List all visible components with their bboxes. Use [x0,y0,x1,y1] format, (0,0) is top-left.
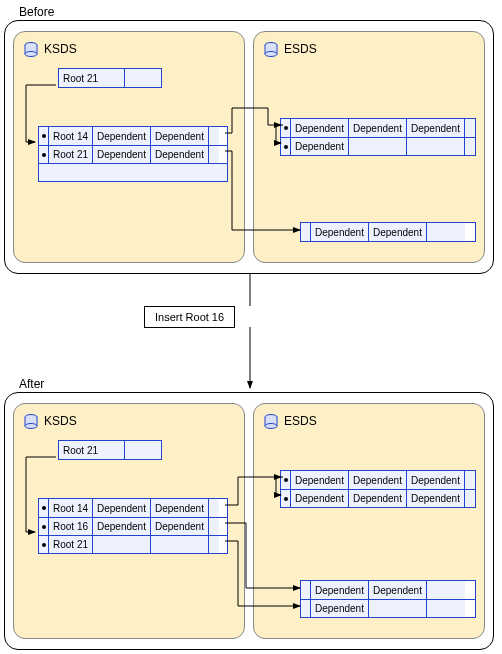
dot-cell [281,119,291,137]
before-ksds-table: Root 14 Dependent Dependent Root 21 Depe… [38,126,228,182]
after-esds-title: ESDS [284,414,317,428]
after-esds-bottom: Dependent Dependent Dependent [300,580,476,618]
before-esds-top: Dependent Dependent Dependent Dependent [280,118,476,156]
dep-cell: Dependent [151,146,209,163]
nub-cell [465,119,475,137]
dep-cell: Dependent [407,119,465,137]
after-ksds-panel: KSDS Root 21 Root 14 Dependent Dependent… [13,403,245,639]
dep-cell [151,536,209,553]
nub-cell [209,146,219,163]
dep-cell: Dependent [291,471,349,489]
table-row [39,163,227,181]
dep-cell: Dependent [151,127,209,145]
dep-cell [369,600,427,617]
nub-cell [209,499,219,517]
before-esds-bottom: Dependent Dependent [300,222,476,242]
dep-cell: Dependent [291,119,349,137]
root-cell: Root 14 [49,499,93,517]
svg-point-19 [265,424,277,429]
table-row: Root 21 Dependent Dependent [39,145,227,163]
dep-cell: Dependent [349,119,407,137]
nub-cell [465,138,475,155]
dep-cell: Dependent [407,490,465,507]
before-ksds-title: KSDS [44,42,77,56]
dep-cell: Dependent [349,490,407,507]
dep-cell: Dependent [369,223,427,241]
dep-cell: Dependent [93,518,151,535]
before-label: Before [19,5,54,19]
dep-cell: Dependent [311,223,369,241]
dep-cell: Dependent [311,600,369,617]
dep-cell [407,138,465,155]
root-cell: Root 14 [49,127,93,145]
dep-cell: Dependent [407,471,465,489]
database-icon [264,414,278,429]
dot-cell [39,518,49,535]
insert-label-box: Insert Root 16 [144,306,235,328]
table-row: Dependent Dependent [301,581,475,599]
dep-cell: Dependent [151,518,209,535]
dot-cell [281,490,291,507]
root-cell: Root 21 [49,146,93,163]
blank-cell [39,164,227,181]
table-row: Root 14 Dependent Dependent [39,499,227,517]
table-row: Dependent Dependent Dependent [281,119,475,137]
dep-cell: Dependent [349,471,407,489]
after-label: After [19,377,44,391]
blank-cell [125,69,161,87]
dep-cell: Dependent [93,146,151,163]
nub-cell [301,581,311,599]
dep-cell [427,223,465,241]
root-cell: Root 21 [49,536,93,553]
table-row: Dependent [301,599,475,617]
nub-cell [301,223,311,241]
after-frame: After KSDS Root 21 Root 14 Dependent Dep… [4,392,494,650]
table-row: Root 14 Dependent Dependent [39,127,227,145]
dep-cell [427,600,465,617]
nub-cell [301,600,311,617]
table-row: Dependent Dependent Dependent [281,471,475,489]
database-icon [24,414,38,429]
dep-cell [93,536,151,553]
after-esds-top: Dependent Dependent Dependent Dependent … [280,470,476,508]
nub-cell [209,518,219,535]
dot-cell [39,146,49,163]
dep-cell [349,138,407,155]
insert-label: Insert Root 16 [155,311,224,323]
before-esds-title: ESDS [284,42,317,56]
svg-point-9 [265,52,277,57]
nub-cell [209,127,219,145]
database-icon [264,42,278,57]
svg-point-14 [25,424,37,429]
table-row: Root 21 [39,535,227,553]
dep-cell [427,581,465,599]
blank-cell [125,441,161,459]
nub-cell [465,471,475,489]
table-row: Dependent [281,137,475,155]
dep-cell: Dependent [291,138,349,155]
database-icon [24,42,38,57]
before-ksds-panel: KSDS Root 21 Root 14 Dependent Dependent… [13,31,245,263]
dep-cell: Dependent [93,499,151,517]
dep-cell: Dependent [93,127,151,145]
after-ksds-title: KSDS [44,414,77,428]
dot-cell [39,536,49,553]
dep-cell: Dependent [311,581,369,599]
dot-cell [39,499,49,517]
after-ksds-header: Root 21 [58,440,162,460]
root-cell: Root 16 [49,518,93,535]
before-esds-panel: ESDS Dependent Dependent Dependent Depen… [253,31,485,263]
before-frame: Before KSDS Root 21 Root 14 Dependent De… [4,20,494,274]
table-row: Root 16 Dependent Dependent [39,517,227,535]
dot-cell [281,138,291,155]
header-cell: Root 21 [59,441,125,459]
dot-cell [281,471,291,489]
dep-cell: Dependent [291,490,349,507]
before-ksds-header: Root 21 [58,68,162,88]
header-cell: Root 21 [59,69,125,87]
after-esds-panel: ESDS Dependent Dependent Dependent Depen… [253,403,485,639]
nub-cell [209,536,219,553]
nub-cell [465,490,475,507]
svg-point-4 [25,52,37,57]
table-row: Dependent Dependent Dependent [281,489,475,507]
